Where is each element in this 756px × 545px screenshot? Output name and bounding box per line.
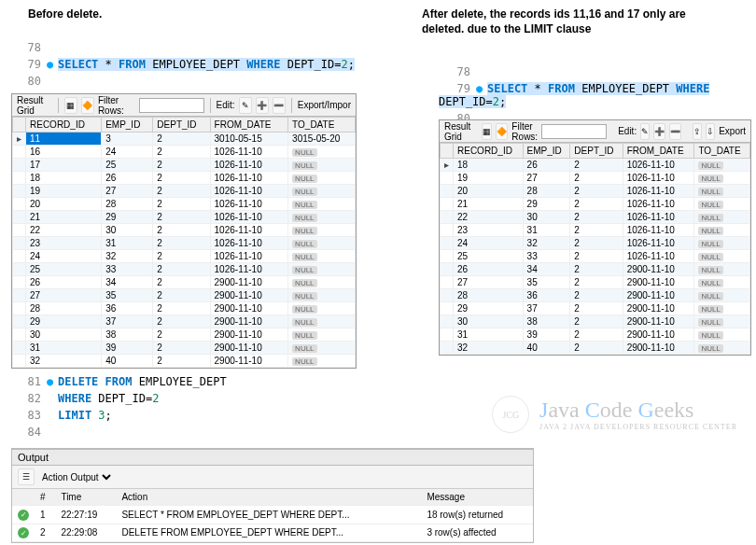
table-cell[interactable]: 1026-11-10: [623, 224, 694, 237]
table-cell[interactable]: 22: [454, 211, 524, 224]
table-cell[interactable]: 2900-11-10: [623, 315, 694, 328]
grid-icon[interactable]: ▦: [482, 123, 492, 140]
table-cell[interactable]: 2900-11-10: [210, 289, 288, 302]
table-row[interactable]: 223021026-11-10NULL: [13, 224, 356, 237]
table-cell[interactable]: NULL: [288, 342, 356, 355]
table-row[interactable]: 293722900-11-10NULL: [441, 302, 750, 315]
table-cell[interactable]: 2: [153, 159, 210, 172]
table-row[interactable]: 172521026-11-10NULL: [13, 159, 356, 172]
table-cell[interactable]: 1026-11-10: [210, 250, 288, 263]
table-cell[interactable]: 2900-11-10: [210, 328, 288, 342]
table-cell[interactable]: 36: [102, 302, 153, 315]
table-cell[interactable]: 21: [26, 211, 102, 224]
sql-line[interactable]: DELETE FROM EMPLOYEE_DEPT: [58, 375, 227, 388]
table-cell[interactable]: 34: [523, 263, 570, 276]
table-cell[interactable]: 30: [523, 211, 570, 224]
table-row[interactable]: 243221026-11-10NULL: [13, 250, 356, 263]
table-cell[interactable]: 1026-11-10: [623, 211, 694, 224]
table-cell[interactable]: 2: [153, 315, 210, 328]
table-cell[interactable]: 33: [102, 263, 153, 276]
delete-icon[interactable]: ➖: [669, 123, 681, 140]
table-cell[interactable]: 40: [102, 355, 153, 368]
table-row[interactable]: 253321026-11-10NULL: [441, 250, 750, 263]
table-row[interactable]: 202821026-11-10NULL: [441, 185, 750, 198]
table-cell[interactable]: 31: [523, 224, 570, 237]
table-cell[interactable]: NULL: [694, 211, 750, 224]
table-cell[interactable]: NULL: [288, 172, 356, 185]
col-header[interactable]: TO_DATE: [288, 118, 356, 133]
table-cell[interactable]: 39: [523, 328, 570, 342]
table-cell[interactable]: NULL: [694, 198, 750, 211]
table-cell[interactable]: 2: [570, 172, 623, 185]
table-cell[interactable]: 25: [102, 159, 153, 172]
table-cell[interactable]: 29: [523, 198, 570, 211]
table-cell[interactable]: 2: [570, 276, 623, 289]
table-cell[interactable]: NULL: [288, 237, 356, 250]
table-cell[interactable]: 2: [570, 237, 623, 250]
col-header[interactable]: DEPT_ID: [153, 118, 210, 133]
table-cell[interactable]: 3: [102, 133, 153, 146]
filter-icon[interactable]: 🔶: [81, 97, 94, 114]
table-cell[interactable]: 1026-11-10: [210, 172, 288, 185]
col-header[interactable]: EMP_ID: [102, 118, 153, 133]
table-row[interactable]: 313922900-11-10NULL: [441, 328, 750, 342]
table-cell[interactable]: NULL: [288, 185, 356, 198]
table-cell[interactable]: 2: [153, 185, 210, 198]
table-cell[interactable]: 2: [153, 224, 210, 237]
table-row[interactable]: 313922900-11-10NULL: [13, 342, 356, 355]
table-cell[interactable]: 2: [153, 211, 210, 224]
grid-icon[interactable]: ▦: [64, 97, 77, 114]
table-cell[interactable]: 27: [523, 172, 570, 185]
table-cell[interactable]: 24: [26, 250, 102, 263]
table-row[interactable]: 253321026-11-10NULL: [13, 263, 356, 276]
table-cell[interactable]: 24: [102, 146, 153, 159]
table-row[interactable]: 324022900-11-10NULL: [13, 355, 356, 368]
table-cell[interactable]: 2: [153, 355, 210, 368]
table-cell[interactable]: 26: [102, 172, 153, 185]
table-cell[interactable]: NULL: [288, 211, 356, 224]
table-cell[interactable]: 19: [454, 172, 524, 185]
table-row[interactable]: 202821026-11-10NULL: [13, 198, 356, 211]
table-cell[interactable]: 24: [454, 237, 524, 250]
col-header[interactable]: DEPT_ID: [570, 144, 623, 159]
table-cell[interactable]: 2: [570, 198, 623, 211]
table-cell[interactable]: 38: [523, 315, 570, 328]
table-cell[interactable]: 29: [102, 211, 153, 224]
table-cell[interactable]: NULL: [694, 224, 750, 237]
table-cell[interactable]: 28: [26, 302, 102, 315]
table-cell[interactable]: NULL: [694, 328, 750, 342]
table-cell[interactable]: 20: [26, 198, 102, 211]
table-cell[interactable]: 1026-11-10: [210, 198, 288, 211]
table-cell[interactable]: 2: [570, 328, 623, 342]
table-cell[interactable]: 27: [26, 289, 102, 302]
table-cell[interactable]: 2: [153, 263, 210, 276]
table-cell[interactable]: NULL: [694, 263, 750, 276]
output-dropdown[interactable]: Action Output: [38, 471, 114, 483]
table-row[interactable]: 192721026-11-10NULL: [441, 172, 750, 185]
table-cell[interactable]: 32: [454, 342, 524, 355]
sql-line[interactable]: LIMIT 3;: [58, 409, 112, 422]
table-cell[interactable]: 27: [454, 276, 524, 289]
table-cell[interactable]: 11: [26, 133, 102, 146]
table-cell[interactable]: 33: [523, 250, 570, 263]
table-cell[interactable]: NULL: [288, 198, 356, 211]
table-cell[interactable]: 2: [570, 185, 623, 198]
table-cell[interactable]: 3015-05-20: [288, 133, 356, 146]
table-cell[interactable]: 17: [26, 159, 102, 172]
table-cell[interactable]: 30: [102, 224, 153, 237]
table-cell[interactable]: 31: [454, 328, 524, 342]
table-cell[interactable]: NULL: [694, 342, 750, 355]
table-cell[interactable]: 25: [454, 250, 524, 263]
table-cell[interactable]: NULL: [694, 172, 750, 185]
edit-icon[interactable]: ✎: [239, 97, 252, 114]
col-header[interactable]: FROM_DATE: [623, 144, 694, 159]
table-cell[interactable]: 26: [26, 276, 102, 289]
table-cell[interactable]: 1026-11-10: [623, 237, 694, 250]
table-cell[interactable]: 18: [26, 172, 102, 185]
right-table-wrap[interactable]: RECORD_ID EMP_ID DEPT_ID FROM_DATE TO_DA…: [440, 143, 750, 355]
table-cell[interactable]: 2900-11-10: [210, 355, 288, 368]
table-row[interactable]: 303822900-11-10NULL: [13, 328, 356, 342]
table-cell[interactable]: 2: [153, 146, 210, 159]
table-cell[interactable]: 2: [570, 159, 623, 172]
table-cell[interactable]: NULL: [288, 263, 356, 276]
